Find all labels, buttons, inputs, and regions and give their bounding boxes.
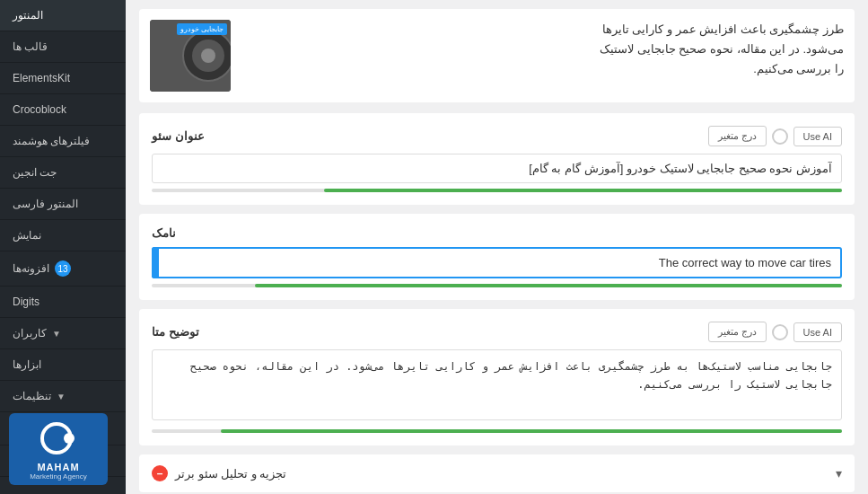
sidebar-item-settings[interactable]: ▼ تنظیمات <box>0 381 126 412</box>
seo-title-panel: Use AI درج متغیر عنوان سئو <box>139 113 855 205</box>
sidebar-item-label: تنظیمات <box>13 390 51 402</box>
sidebar-item-label: نمایش <box>13 229 41 242</box>
seo-title-actions: Use AI درج متغیر <box>708 126 842 146</box>
sidebar-item-templates[interactable]: قالب ها <box>0 31 126 63</box>
insert-variable-button-title[interactable]: درج متغیر <box>708 126 767 146</box>
article-image-bg: جابجایی خودرو <box>150 20 231 92</box>
slug-progress-container <box>152 284 842 287</box>
logo-svg <box>39 419 78 458</box>
sidebar-item-mentor-persian[interactable]: المنتور فارسی <box>0 189 126 220</box>
sidebar-item-label: جت انجین <box>13 166 57 179</box>
radio-button-meta[interactable] <box>772 324 788 340</box>
meta-header: Use AI درج متغیر توضیح متا <box>152 322 842 342</box>
main-content: طرز چشمگیری باعث افزایش عمر و کارایی تای… <box>126 0 868 494</box>
analysis-panel: ▾ تجزیه و تحلیل سئو برتر – <box>139 454 855 492</box>
sidebar-item-label: قالب ها <box>13 40 48 53</box>
meta-progress-bar <box>221 429 842 433</box>
sidebar-item-label: کاربران <box>13 327 47 340</box>
use-ai-button-meta[interactable]: Use AI <box>793 322 842 342</box>
analysis-error-icon: – <box>152 465 168 481</box>
seo-title-progress-container <box>152 189 842 192</box>
sidebar-item-smart-filters[interactable]: فیلترهای هوشمند <box>0 126 126 157</box>
sidebar-item-label: المنتور فارسی <box>13 198 78 210</box>
sidebar-item-label: المنتور <box>13 9 43 22</box>
analysis-chevron-icon[interactable]: ▾ <box>836 466 842 481</box>
slug-label: نامک <box>152 226 176 240</box>
analysis-title: تجزیه و تحلیل سئو برتر <box>175 467 286 481</box>
sidebar-item-digits[interactable]: Digits <box>0 287 126 318</box>
seo-title-progress-bar <box>324 189 842 192</box>
sidebar-item-tools[interactable]: ابزارها <box>0 349 126 381</box>
logo-sub: Marketing Agency <box>30 472 87 481</box>
sidebar-item-elementskit[interactable]: ElementsKit <box>0 63 126 94</box>
analysis-header: ▾ تجزیه و تحلیل سئو برتر – <box>152 465 842 481</box>
logo-name: MAHAM <box>37 462 79 472</box>
insert-variable-button-meta[interactable]: درج متغیر <box>708 322 767 342</box>
use-ai-button-title[interactable]: Use AI <box>793 127 842 146</box>
chevron-down-icon: ▼ <box>52 329 61 339</box>
article-thumbnail: جابجایی خودرو <box>150 20 231 92</box>
slug-header: نامک <box>152 226 842 240</box>
sidebar-item-users[interactable]: ▼ کاربران <box>0 318 126 349</box>
logo-area: MAHAM Marketing Agency <box>9 413 108 485</box>
seo-title-label: عنوان سئو <box>152 129 205 143</box>
image-label: جابجایی خودرو <box>177 23 227 35</box>
meta-textarea[interactable] <box>152 349 842 420</box>
radio-button-title[interactable] <box>772 128 788 145</box>
svg-point-3 <box>201 49 215 63</box>
sidebar-item-label: ElementsKit <box>13 72 70 84</box>
addons-badge: 13 <box>55 260 71 277</box>
meta-progress-container <box>152 429 842 433</box>
article-preview-text: طرز چشمگیری باعث افزایش عمر و کارایی تای… <box>240 20 844 79</box>
sidebar-item-label: افزونه‌ها <box>13 262 49 275</box>
sidebar-item-label: Crocoblock <box>13 103 66 116</box>
slug-progress-bar <box>255 284 842 287</box>
slug-resize-handle[interactable] <box>152 247 159 278</box>
seo-title-header: Use AI درج متغیر عنوان سئو <box>152 126 842 146</box>
article-preview-card: طرز چشمگیری باعث افزایش عمر و کارایی تای… <box>139 9 855 102</box>
sidebar-item-label: فیلترهای هوشمند <box>13 135 90 147</box>
article-text-line3: را بررسی می‌کنیم. <box>753 62 844 75</box>
svg-point-5 <box>64 433 75 444</box>
article-text-line1: طرز چشمگیری باعث افزایش عمر و کارایی تای… <box>602 22 844 36</box>
slug-input[interactable] <box>152 247 842 278</box>
meta-actions: Use AI درج متغیر <box>708 322 842 342</box>
sidebar-item-addons[interactable]: 13 افزونه‌ها <box>0 251 126 287</box>
slug-panel: نامک <box>139 214 855 300</box>
slug-wrapper <box>152 247 842 278</box>
article-text-line2: می‌شود. در این مقاله، نحوه صحیح جابجایی … <box>600 42 844 56</box>
meta-label: توضیح متا <box>152 325 199 339</box>
sidebar-item-crocoblock[interactable]: Crocoblock <box>0 94 126 126</box>
sidebar-item-jet-engine[interactable]: جت انجین <box>0 157 126 189</box>
sidebar-item-label: ابزارها <box>13 358 41 371</box>
meta-panel: Use AI درج متغیر توضیح متا <box>139 309 855 445</box>
seo-title-input[interactable] <box>152 154 842 183</box>
sidebar-item-display[interactable]: نمایش <box>0 220 126 251</box>
sidebar-item-mentor[interactable]: المنتور <box>0 0 126 31</box>
chevron-down-icon: ▼ <box>57 392 66 401</box>
sidebar-item-label: Digits <box>13 296 39 308</box>
